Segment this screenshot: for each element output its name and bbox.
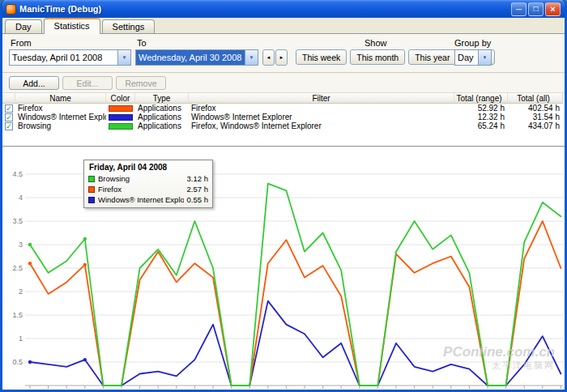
- row-type: Applications: [135, 113, 189, 121]
- row-type: Applications: [135, 121, 189, 130]
- show-this-year-button[interactable]: This year: [408, 49, 456, 65]
- tab-strip: DayStatisticsSettings: [2, 18, 565, 34]
- statistics-page: From To Show Group by Tuesday, April 01 …: [2, 34, 565, 390]
- tooltip-rows: Browsing3.12 hFirefox2.57 hWindows® Inte…: [84, 173, 212, 205]
- tab-day[interactable]: Day: [5, 19, 42, 33]
- tooltip-series-row: Firefox2.57 h: [84, 184, 212, 194]
- row-checkbox[interactable]: ✓: [5, 104, 13, 113]
- column-header[interactable]: Filter: [189, 93, 454, 104]
- svg-text:4.5: 4.5: [12, 170, 23, 178]
- from-date-value: Tuesday, April 01 2008: [10, 50, 117, 65]
- row-total-range: 52.92 h: [454, 104, 508, 113]
- column-header[interactable]: Total (range): [454, 93, 508, 104]
- svg-text:0.5: 0.5: [12, 358, 23, 366]
- to-date-value: Wednesday, April 30 2008: [136, 50, 245, 65]
- table-header: NameColorTypeFilterTotal (range)Total (a…: [2, 93, 563, 104]
- show-this-week-button[interactable]: This week: [296, 49, 347, 65]
- chevron-down-icon[interactable]: ▼: [245, 50, 258, 65]
- minimize-button[interactable]: ─: [511, 2, 526, 16]
- column-header[interactable]: Total (all): [508, 93, 563, 104]
- column-header[interactable]: Name: [15, 93, 106, 104]
- group-by-combo[interactable]: Day ▼: [454, 49, 492, 66]
- color-swatch: [109, 114, 133, 121]
- filter-panel: From To Show Group by Tuesday, April 01 …: [2, 34, 565, 73]
- svg-text:4: 4: [19, 194, 23, 202]
- row-total-all: 434.07 h: [508, 121, 563, 130]
- series-value: 2.57 h: [187, 185, 208, 194]
- row-filter: Windows® Internet Explorer: [189, 113, 454, 121]
- title-bar[interactable]: ManicTime (Debug) ─ □ ×: [2, 0, 565, 18]
- svg-text:1.5: 1.5: [12, 311, 23, 319]
- row-filter: Firefox, Windows® Internet Explorer: [189, 121, 454, 130]
- series-value: 3.12 h: [187, 174, 208, 183]
- row-name: Firefox: [15, 104, 106, 113]
- row-total-range: 12.32 h: [454, 113, 508, 121]
- add-button[interactable]: Add...: [9, 76, 59, 90]
- series-color-icon: [88, 176, 95, 182]
- show-this-month-button[interactable]: This month: [350, 49, 405, 65]
- filter-table: NameColorTypeFilterTotal (range)Total (a…: [2, 92, 565, 146]
- from-date-combo[interactable]: Tuesday, April 01 2008 ▼: [9, 49, 131, 66]
- table-row[interactable]: ✓BrowsingApplicationsFirefox, Windows® I…: [2, 121, 563, 130]
- color-swatch: [109, 105, 133, 112]
- row-name: Windows® Internet Explorer: [15, 113, 106, 121]
- color-swatch: [109, 123, 133, 130]
- chevron-down-icon[interactable]: ▼: [117, 50, 130, 65]
- svg-text:2.5: 2.5: [12, 264, 23, 272]
- row-checkbox[interactable]: ✓: [5, 113, 13, 121]
- series-label: Browsing: [98, 174, 184, 183]
- tab-settings[interactable]: Settings: [102, 19, 156, 33]
- table-body: ✓FirefoxApplicationsFirefox52.92 h402.54…: [2, 104, 565, 130]
- next-period-button[interactable]: ►: [275, 49, 288, 66]
- maximize-button[interactable]: □: [528, 2, 544, 16]
- from-label: From: [11, 38, 32, 48]
- row-filter: Firefox: [189, 104, 454, 113]
- close-button[interactable]: ×: [545, 2, 561, 16]
- remove-button[interactable]: Remove: [116, 76, 166, 90]
- series-label: Firefox: [98, 185, 184, 194]
- row-total-all: 402.54 h: [508, 104, 563, 113]
- window-title: ManicTime (Debug): [19, 4, 511, 14]
- tooltip-date: Friday, April 04 2008: [84, 160, 212, 173]
- svg-text:3.5: 3.5: [12, 217, 23, 225]
- show-label: Show: [364, 38, 387, 48]
- row-total-all: 31.54 h: [508, 113, 563, 121]
- series-color-icon: [88, 197, 95, 203]
- edit-button[interactable]: Edit...: [62, 76, 113, 90]
- app-window: ManicTime (Debug) ─ □ × DayStatisticsSet…: [0, 0, 567, 392]
- row-checkbox[interactable]: ✓: [5, 122, 13, 130]
- series-label: Windows® Internet Explorer: [98, 195, 184, 204]
- series-color-icon: [88, 186, 95, 193]
- column-header[interactable]: Type: [135, 93, 189, 104]
- table-row[interactable]: ✓FirefoxApplicationsFirefox52.92 h402.54…: [2, 104, 563, 113]
- table-row[interactable]: ✓Windows® Internet ExplorerApplicationsW…: [2, 113, 563, 121]
- svg-text:2: 2: [19, 288, 23, 296]
- column-header[interactable]: Color: [106, 93, 135, 104]
- header-checkbox-column: [2, 93, 15, 104]
- group-by-label: Group by: [454, 38, 491, 48]
- row-name: Browsing: [15, 121, 106, 130]
- tooltip-series-row: Windows® Internet Explorer0.55 h: [84, 194, 212, 205]
- row-total-range: 65.24 h: [454, 121, 508, 130]
- row-type: Applications: [135, 104, 189, 113]
- series-value: 0.55 h: [187, 195, 208, 204]
- previous-period-button[interactable]: ◄: [262, 49, 275, 66]
- to-date-combo[interactable]: Wednesday, April 30 2008 ▼: [135, 49, 258, 66]
- tooltip-series-row: Browsing3.12 h: [84, 173, 212, 184]
- chart-panel: 0.511.522.533.544.5 Friday, April 04 200…: [2, 146, 565, 390]
- app-icon: [6, 4, 16, 15]
- chart-tooltip: Friday, April 04 2008 Browsing3.12 hFire…: [83, 160, 213, 208]
- svg-text:3: 3: [19, 241, 23, 249]
- to-label: To: [137, 38, 147, 48]
- tab-statistics[interactable]: Statistics: [44, 18, 100, 34]
- window-controls: ─ □ ×: [511, 2, 561, 16]
- tag-actions: Add... Edit... Remove: [2, 76, 565, 92]
- group-by-value: Day: [455, 50, 478, 65]
- svg-text:1: 1: [19, 334, 23, 343]
- chevron-down-icon[interactable]: ▼: [478, 50, 491, 65]
